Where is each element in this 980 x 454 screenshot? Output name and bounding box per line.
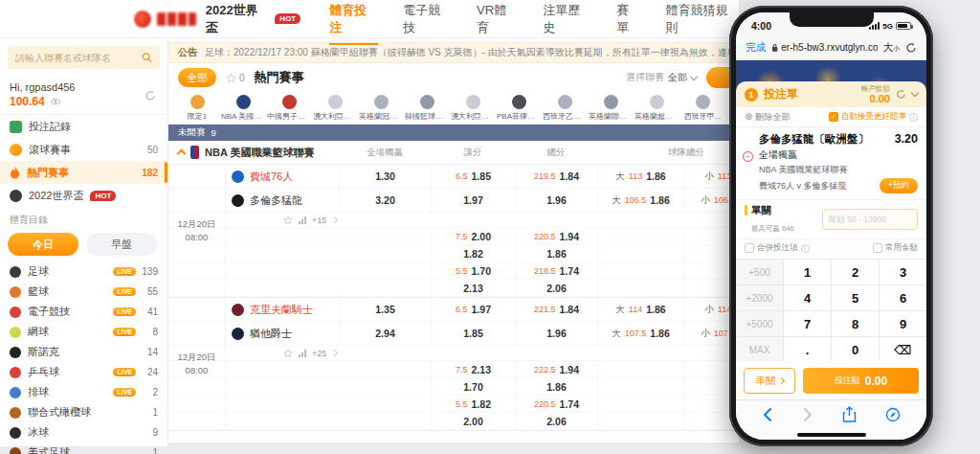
brand-title[interactable]: 2022世界盃 (206, 2, 270, 36)
tab-today[interactable]: 今日 (8, 233, 78, 256)
auto-accept-toggle[interactable]: ✓ 自動接受更好賠率 i (829, 111, 918, 123)
search-input[interactable] (15, 53, 142, 63)
odds-total[interactable]: 221.51.84 (515, 298, 597, 321)
league-chip[interactable]: 澳大利亞籃... (450, 93, 496, 124)
keypad-key[interactable]: 0 (832, 337, 879, 362)
keypad-key[interactable]: 2 (832, 260, 879, 284)
keypad-key[interactable]: 7 (784, 311, 831, 336)
odds-win[interactable]: 3.20 (339, 189, 431, 212)
sidebar-sport-item[interactable]: 斯諾克 LIVE 14 (0, 342, 167, 362)
odds-spread-alt[interactable]: 5.51.70 (431, 262, 515, 279)
refresh-icon[interactable] (896, 89, 906, 100)
odds-team-total-over[interactable]: 大1131.86 (597, 165, 683, 188)
favorite-star-icon[interactable] (283, 216, 293, 225)
reserve-button[interactable]: +預約 (880, 178, 918, 193)
delete-all-button[interactable]: ⊗ 刪除全部 (745, 111, 790, 124)
keypad-key[interactable]: 6 (880, 285, 926, 310)
favorite-star-icon[interactable] (283, 349, 293, 358)
more-markets-count[interactable]: +25 (312, 349, 326, 358)
nav-item[interactable]: 注單歷史 (543, 0, 591, 45)
nav-item[interactable]: 體育競猜規則 (666, 0, 739, 45)
sidebar-sport-item[interactable]: 網球 LIVE 8 (0, 322, 167, 342)
league-chip[interactable]: 英格蘭超級... (634, 93, 679, 124)
odds-spread[interactable]: 1.85 (431, 322, 515, 345)
league-chip[interactable]: 西班牙甲... (679, 93, 725, 124)
odds-team-total-over[interactable]: 大106.51.86 (597, 189, 683, 212)
league-chip[interactable]: 西班牙乙級... (542, 93, 588, 124)
league-chip[interactable]: 韓國籃球聯... (404, 93, 450, 124)
tab-early[interactable]: 早盤 (86, 233, 157, 256)
odds-total[interactable]: 1.96 (515, 189, 597, 212)
sidebar-sport-item[interactable]: 足球 LIVE 139 (0, 261, 167, 282)
sidebar-item-hot-events[interactable]: 熱門賽事 182 (0, 161, 167, 184)
more-markets-count[interactable]: +15 (312, 216, 326, 225)
odds-spread[interactable]: 6.51.97 (431, 298, 515, 321)
odds-total-alt[interactable]: 222.51.94 (515, 361, 597, 377)
team[interactable]: 費城76人 (226, 170, 339, 184)
sidebar-item-live-events[interactable]: 滾球賽事 50 (0, 138, 167, 161)
league-chip[interactable]: 英格蘭聯賽... (588, 93, 634, 124)
forward-icon[interactable] (802, 407, 813, 422)
address-field[interactable]: er-h5-bw3.rxvutglyn.com (771, 42, 878, 53)
keypad-key[interactable]: +500 (736, 260, 783, 284)
keypad-key[interactable]: 8 (832, 311, 879, 336)
chevron-right-icon[interactable] (331, 216, 338, 223)
odds-team-total-over[interactable]: 大107.51.86 (597, 322, 683, 345)
back-icon[interactable] (762, 407, 773, 422)
keypad-key[interactable]: 9 (880, 311, 926, 336)
sidebar-sport-item[interactable]: 乒乓球 LIVE 24 (0, 362, 167, 382)
odds-total[interactable]: 219.51.84 (515, 165, 597, 188)
parlay-button[interactable]: 串關 (744, 368, 795, 394)
keypad-key[interactable]: 3 (880, 260, 926, 284)
odds-spread[interactable]: 1.97 (431, 189, 515, 212)
chevron-right-icon[interactable] (331, 350, 338, 356)
keypad-key[interactable]: 5 (832, 285, 879, 310)
home-indicator[interactable] (797, 433, 866, 437)
sidebar-item-bet-records[interactable]: 投注記錄 (0, 115, 167, 138)
odds-spread-alt[interactable]: 7.52.13 (431, 361, 515, 377)
team[interactable]: 多倫多猛龍 (226, 193, 339, 208)
nav-item[interactable]: 體育投注 (329, 0, 378, 45)
odds-spread-alt[interactable]: 1.70 (431, 378, 515, 395)
odds-total-alt[interactable]: 2.06 (515, 413, 597, 429)
odds-total-alt[interactable]: 220.51.94 (515, 228, 597, 244)
stats-icon[interactable] (299, 350, 306, 357)
nav-item[interactable]: 電子競技 (403, 0, 452, 45)
remove-bet-icon[interactable]: − (743, 151, 753, 162)
keypad-key[interactable]: MAX (736, 337, 783, 362)
team[interactable]: 猶他爵士 (226, 327, 339, 341)
odds-win[interactable]: 1.30 (339, 165, 431, 188)
sidebar-sport-item[interactable]: 美式足球 LIVE 1 (0, 443, 167, 454)
merge-bets-checkbox[interactable]: 合併投注項 i (745, 242, 810, 254)
keypad-key[interactable]: ⌫ (880, 337, 926, 362)
eye-icon[interactable] (50, 98, 61, 105)
team[interactable]: 克里夫蘭騎士 (226, 303, 339, 317)
stake-input[interactable] (822, 209, 918, 230)
sidebar-sport-item[interactable]: 冰球 LIVE 9 (0, 422, 167, 443)
keypad-key[interactable]: +2000 (736, 285, 783, 310)
league-chip[interactable]: 英格蘭冠軍... (358, 93, 404, 124)
collapse-icon[interactable] (177, 149, 187, 159)
sidebar-item-worldcup[interactable]: 2022世界盃 HOT (0, 184, 167, 207)
sidebar-sport-item[interactable]: 排球 LIVE 2 (0, 382, 167, 402)
keypad-key[interactable]: 1 (784, 260, 831, 284)
reload-icon[interactable] (905, 42, 917, 54)
keypad-key[interactable]: 4 (784, 285, 831, 310)
odds-spread-alt[interactable]: 2.13 (431, 280, 515, 296)
league-chip[interactable]: 中國男子籃... (266, 93, 312, 124)
odds-total-alt[interactable]: 218.51.74 (515, 262, 597, 279)
league-chip[interactable]: 澳大利亞甲... (312, 93, 358, 124)
odds-win[interactable]: 1.35 (339, 298, 431, 321)
search-icon[interactable] (142, 52, 152, 63)
refresh-balance-icon[interactable] (145, 90, 156, 102)
league-chip[interactable]: PBA菲律賓甲... (496, 93, 542, 124)
odds-win[interactable]: 2.94 (339, 322, 431, 345)
compass-icon[interactable] (885, 407, 901, 422)
sidebar-sport-item[interactable]: 電子競技 LIVE 41 (0, 302, 167, 322)
place-bet-button[interactable]: 投注額 0.00 (803, 368, 919, 394)
odds-total-alt[interactable]: 1.86 (515, 378, 597, 395)
search-box[interactable] (8, 46, 160, 69)
filter-all-button[interactable]: 全部 (178, 68, 216, 87)
favorites-counter[interactable]: 0 (226, 73, 245, 83)
league-select[interactable]: 選擇聯賽 全部 (626, 71, 697, 84)
